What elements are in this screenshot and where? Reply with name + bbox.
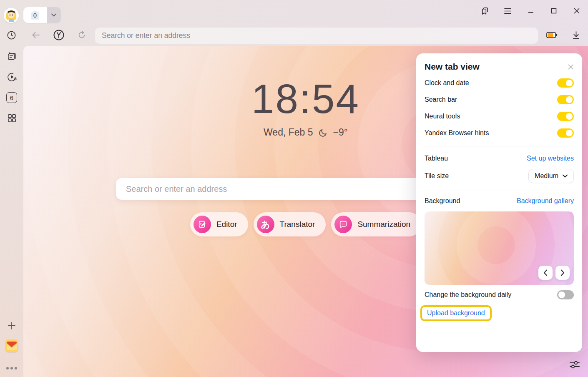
yandex-logo-icon xyxy=(53,30,64,40)
close-button[interactable] xyxy=(565,2,588,20)
address-input[interactable] xyxy=(102,31,531,40)
chevron-down-icon xyxy=(51,13,56,17)
editor-icon xyxy=(193,216,211,233)
refresh-icon xyxy=(77,30,86,40)
title-bar: 0 xyxy=(0,0,588,26)
battery-icon xyxy=(546,32,558,38)
chevron-right-icon xyxy=(560,269,565,276)
summarization-button[interactable]: Summarization xyxy=(331,212,421,236)
background-gallery-link[interactable]: Background gallery xyxy=(517,197,574,205)
editor-button[interactable]: Editor xyxy=(190,212,248,236)
window-controls xyxy=(473,0,588,22)
background-preview xyxy=(425,211,574,285)
clock-date: Wed, Feb 5 xyxy=(264,127,313,138)
translator-label: Translator xyxy=(280,220,315,229)
plus-icon xyxy=(7,321,17,331)
sidebar-item-media[interactable] xyxy=(0,68,23,85)
maximize-button[interactable] xyxy=(542,2,565,20)
media-play-icon xyxy=(7,72,17,82)
toggle-search-bar[interactable] xyxy=(557,95,574,104)
tile-size-select[interactable]: Medium xyxy=(528,169,574,183)
upload-background-highlight: Upload background xyxy=(420,305,492,321)
tile-size-value: Medium xyxy=(535,172,558,180)
sidebar-item-apps[interactable] xyxy=(0,110,23,126)
address-bar[interactable] xyxy=(95,28,538,44)
toggle-daily-background[interactable] xyxy=(557,290,574,299)
previous-background-button[interactable] xyxy=(538,266,553,280)
maximize-icon xyxy=(550,8,557,14)
toggle-label-neural-tools: Neural tools xyxy=(425,113,460,120)
back-button[interactable] xyxy=(29,28,43,42)
sidebar-add-button[interactable] xyxy=(0,317,23,334)
toggle-label-yandex-browser-hints: Yandex Browser hints xyxy=(425,129,489,137)
tab-group: 0 xyxy=(23,7,61,23)
history-clock-icon xyxy=(7,30,16,40)
feed-icon xyxy=(7,51,17,61)
panel-divider xyxy=(425,146,574,146)
summarization-label: Summarization xyxy=(357,220,410,229)
upload-background-link[interactable]: Upload background xyxy=(427,309,485,317)
new-tab-view-panel: New tab view Clock and date Search bar N… xyxy=(416,53,582,352)
tableau-label: Tableau xyxy=(425,155,448,162)
avatar[interactable] xyxy=(4,8,19,23)
sidebar-more-button[interactable] xyxy=(0,360,23,377)
tile-size-label: Tile size xyxy=(425,172,449,180)
background-label: Background xyxy=(425,197,460,205)
tab-counter-badge: 6 xyxy=(6,92,17,103)
download-icon xyxy=(572,31,580,40)
sidebar-item-feed[interactable] xyxy=(0,48,23,64)
battery-saver-button[interactable] xyxy=(545,28,559,42)
chevron-left-icon xyxy=(543,269,548,276)
tab-count: 0 xyxy=(33,12,37,19)
more-dots-icon xyxy=(5,367,18,370)
toggle-label-search-bar: Search bar xyxy=(425,96,457,103)
browser-window: 0 xyxy=(0,0,588,377)
yandex-mail-icon xyxy=(5,339,18,352)
panel-close-icon[interactable] xyxy=(568,64,574,70)
editor-label: Editor xyxy=(216,220,237,229)
history-button[interactable] xyxy=(4,28,18,42)
newtab-search-input[interactable] xyxy=(126,184,462,194)
apps-grid-icon xyxy=(7,113,17,123)
translator-icon: あ xyxy=(257,216,274,233)
toggle-clock-and-date[interactable] xyxy=(557,78,574,88)
sidebar-item-mail[interactable] xyxy=(0,337,23,354)
sidebar-divider xyxy=(5,356,18,356)
translator-button[interactable]: あ Translator xyxy=(254,212,326,236)
toggle-label-clock-and-date: Clock and date xyxy=(425,79,469,87)
customize-button[interactable] xyxy=(568,358,581,371)
downloads-button[interactable] xyxy=(569,28,583,42)
tune-sliders-icon xyxy=(569,359,580,370)
menu-button[interactable] xyxy=(496,2,519,20)
sidebar: 6 xyxy=(0,45,23,377)
moon-icon xyxy=(318,128,328,138)
toggle-neural-tools[interactable] xyxy=(557,112,574,121)
chevron-down-icon xyxy=(563,174,568,178)
weather-temperature[interactable]: −9° xyxy=(333,127,348,138)
panel-divider xyxy=(425,325,574,325)
summarization-icon xyxy=(334,216,352,233)
minimize-icon xyxy=(528,8,534,14)
back-arrow-icon xyxy=(31,30,41,40)
menu-icon xyxy=(504,8,512,14)
tab-shape-icon: 0 xyxy=(30,10,40,20)
refresh-button[interactable] xyxy=(75,28,89,42)
daily-background-label: Change the background daily xyxy=(425,291,511,299)
tab-dropdown-button[interactable] xyxy=(47,7,61,23)
toggle-yandex-browser-hints[interactable] xyxy=(557,128,574,138)
minimize-button[interactable] xyxy=(519,2,542,20)
close-icon xyxy=(573,8,580,14)
toolbar xyxy=(0,26,588,45)
panel-title: New tab view xyxy=(425,62,480,72)
active-tab[interactable]: 0 xyxy=(23,7,47,23)
side-panel-button[interactable] xyxy=(473,2,496,20)
panel-divider xyxy=(425,189,574,189)
sidebar-item-tabs[interactable]: 6 xyxy=(0,89,23,106)
bookmarks-panel-icon xyxy=(480,7,489,15)
yandex-search-button[interactable] xyxy=(52,28,66,42)
set-up-websites-link[interactable]: Set up websites xyxy=(527,155,574,162)
next-background-button[interactable] xyxy=(555,266,570,280)
